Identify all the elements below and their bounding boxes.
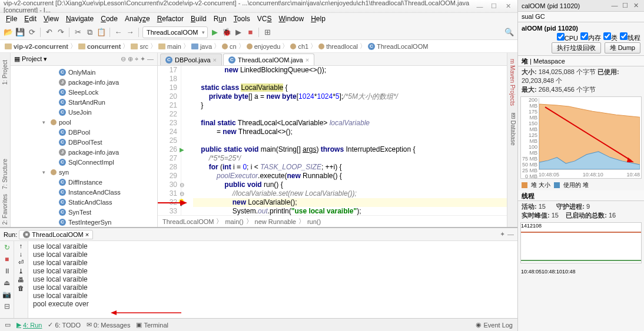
maven-tab[interactable]: m Maven Projects xyxy=(509,55,516,109)
project-tree-title[interactable]: ▦ Project ▾ xyxy=(14,55,47,63)
crumb-threadlocal[interactable]: threadlocal xyxy=(318,43,358,50)
menu-view[interactable]: View xyxy=(40,14,62,24)
cb-thread[interactable]: 线程 xyxy=(620,32,640,42)
cb-cpu[interactable]: CPU xyxy=(557,33,578,42)
collapse-icon[interactable]: ⊖ xyxy=(121,55,126,63)
stop-run-icon[interactable]: ■ xyxy=(2,254,12,265)
menu-refactor[interactable]: Refactor xyxy=(154,14,187,24)
debug-icon[interactable]: 🐞 xyxy=(222,28,231,37)
paste-icon[interactable]: 📋 xyxy=(97,28,106,37)
tree-item[interactable]: Jpackage-info.java xyxy=(11,147,157,157)
tree-item[interactable]: Jpackage-info.java xyxy=(11,77,157,87)
cb-mem[interactable]: 内存 xyxy=(580,32,601,42)
status-terminal[interactable]: ▣ Terminal xyxy=(136,321,168,329)
profiler-tab[interactable]: sual GC xyxy=(518,12,644,22)
tree-item[interactable]: ▾pool xyxy=(11,117,157,127)
tree-item[interactable]: CUseJoin xyxy=(11,107,157,117)
tree-item[interactable]: CDiffInstance xyxy=(11,177,157,187)
cb-class[interactable]: 类 xyxy=(603,32,618,42)
min-icon[interactable]: — xyxy=(610,2,619,9)
dump-button[interactable]: 堆 Dump xyxy=(605,42,640,54)
menu-tools[interactable]: Tools xyxy=(230,14,254,24)
max-icon[interactable]: ☐ xyxy=(620,2,630,9)
menu-window[interactable]: Window xyxy=(275,14,307,24)
crumb-main[interactable]: main xyxy=(158,43,181,50)
close-icon[interactable]: ✕ xyxy=(502,2,514,11)
coverage-icon[interactable]: ▶ xyxy=(234,28,243,37)
menu-navigate[interactable]: Navigate xyxy=(62,14,97,24)
maximize-icon[interactable]: ☐ xyxy=(488,2,500,11)
run-gear-icon[interactable]: ✦ xyxy=(500,230,505,238)
database-tab[interactable]: 🗄 Database xyxy=(509,109,516,149)
tree-item[interactable]: ▾syn xyxy=(11,167,157,177)
crumb-enjoyedu[interactable]: enjoyedu xyxy=(247,43,281,50)
minimize-icon[interactable]: — xyxy=(474,2,486,11)
status-eventlog[interactable]: ◉ Event Log xyxy=(476,321,513,329)
pin-icon[interactable]: ⊟ xyxy=(2,301,12,312)
exit-icon[interactable]: ⏏ xyxy=(2,277,12,288)
undo-icon[interactable]: ↶ xyxy=(44,28,54,37)
rerun-icon[interactable]: ↻ xyxy=(2,242,12,253)
print-icon[interactable]: 🖶 xyxy=(18,276,24,283)
select-icon[interactable]: ⌖ xyxy=(135,55,138,63)
status-todo[interactable]: ✓ 6: TODO xyxy=(48,321,81,329)
menu-code[interactable]: Code xyxy=(97,14,121,24)
console[interactable]: use local varaibleuse local varaibleuse … xyxy=(28,241,517,318)
crumb-class[interactable]: CThreadLocalOOM xyxy=(368,43,428,50)
menu-analyze[interactable]: Analyze xyxy=(121,14,154,24)
forward-icon[interactable]: → xyxy=(125,28,135,37)
tree-item[interactable]: CTestIntegerSyn xyxy=(11,217,157,227)
dump-icon[interactable]: 📷 xyxy=(2,289,12,300)
crumb-src[interactable]: src xyxy=(131,43,148,50)
menu-build[interactable]: Build xyxy=(187,14,210,24)
down-icon[interactable]: ↓ xyxy=(19,250,23,258)
crumb-module[interactable]: concurrent xyxy=(78,43,121,50)
crumb-project[interactable]: vip-v2-concurrent xyxy=(5,43,68,50)
run-icon[interactable]: ▶ xyxy=(210,28,220,37)
expand-icon[interactable]: ⊕ xyxy=(128,55,133,63)
run-tab[interactable]: ■ThreadLocalOOM× xyxy=(19,230,93,239)
status-run[interactable]: ▶4: Run xyxy=(16,321,42,329)
tree-item[interactable]: CDBPool xyxy=(11,127,157,137)
menu-run[interactable]: Run xyxy=(210,14,230,24)
search-icon[interactable]: 🔍 xyxy=(504,28,514,37)
open-icon[interactable]: 📂 xyxy=(4,28,13,37)
status-messages[interactable]: ✉ 0: Messages xyxy=(87,321,130,329)
tree-item[interactable]: CSynTest xyxy=(11,207,157,217)
close-tab-icon[interactable]: × xyxy=(213,56,217,63)
stop-icon[interactable]: ■ xyxy=(245,28,255,37)
editor-tab-threadlocaloom[interactable]: CThreadLocalOOM.java× xyxy=(223,54,314,65)
clear-icon[interactable]: 🗑 xyxy=(18,285,24,292)
tree-item[interactable]: CSleepLock xyxy=(11,87,157,97)
tree-item[interactable]: CDBPoolTest xyxy=(11,137,157,147)
crumb-cn[interactable]: cn xyxy=(222,43,237,50)
heap-tabs[interactable]: 堆 | Metaspace xyxy=(518,56,644,66)
editor-tab-dbpool[interactable]: CDBPool.java× xyxy=(160,54,222,65)
crumb-java[interactable]: java xyxy=(191,43,212,50)
structure-icon[interactable]: ⊞ xyxy=(263,28,272,37)
tree-item[interactable]: CInstanceAndClass xyxy=(11,187,157,197)
status-bar-icon[interactable]: ▭ xyxy=(5,321,11,329)
cut-icon[interactable]: ✂ xyxy=(73,28,82,37)
gear-icon[interactable]: ✦ xyxy=(140,55,145,63)
tab-structure[interactable]: 7: Structure xyxy=(2,156,8,192)
run-hide-icon[interactable]: — xyxy=(507,230,514,238)
hide-icon[interactable]: — xyxy=(147,55,154,63)
code-editor[interactable]: 17181920212223242526▶27282930⊖31⊖32💡3334… xyxy=(158,66,507,215)
redo-icon[interactable]: ↷ xyxy=(56,28,65,37)
gc-button[interactable]: 执行垃圾回收 xyxy=(552,42,601,54)
tab-favorites[interactable]: 2: Favorites xyxy=(2,192,8,227)
menu-help[interactable]: Help xyxy=(307,14,329,24)
close-tab-icon[interactable]: × xyxy=(306,56,309,63)
tree-item[interactable]: COnlyMain xyxy=(11,67,157,77)
tree-item[interactable]: CStaticAndClass xyxy=(11,197,157,207)
tab-project[interactable]: 1: Project xyxy=(2,58,8,87)
crumb-ch1[interactable]: ch1 xyxy=(290,43,308,50)
scroll-icon[interactable]: ⤓ xyxy=(18,268,24,275)
menu-edit[interactable]: Edit xyxy=(21,14,40,24)
back-icon[interactable]: ← xyxy=(114,28,123,37)
pause-icon[interactable]: ⏸ xyxy=(2,266,12,276)
sync-icon[interactable]: ⟳ xyxy=(27,28,36,37)
close-icon[interactable]: ✕ xyxy=(631,2,640,9)
copy-icon[interactable]: ⧉ xyxy=(85,28,94,37)
